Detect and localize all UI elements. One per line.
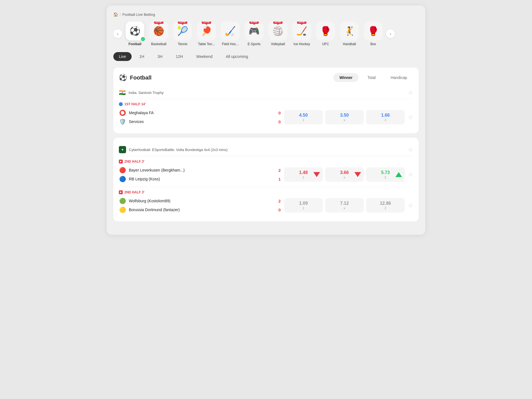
team-logo-bayer: 🔴 [119,167,126,173]
section-title-icon: ⚽ [119,74,127,81]
favorite-btn-bayer[interactable]: ☆ [408,171,413,178]
match-status-wolfsburg: ▶ 2ND HALF 3' [119,190,413,194]
sport-item-tennis[interactable]: LIVE 🎾 Tennis [172,22,194,46]
live-badge-basketball: LIVE [154,22,163,24]
home-icon[interactable]: 🏠 [113,12,118,17]
odds-value-meghalaya-x: 3.50 [340,113,349,118]
match-bayer: ▶ 2ND HALF 3' 🔴 Bayer Leverkusen (Bergkh… [119,160,413,183]
team-logo-bvb: 🟡 [119,206,126,213]
odds-btn-meghalaya-2[interactable]: 1.66 2 [366,110,405,124]
teams-odds-row-wolfsburg: 🟢 Wolfsburg (Kostolom89) 2 🟡 Borussia Do… [119,196,413,214]
market-buttons: Winner Total Handicap [333,73,413,82]
odds-label-bayer-x: x [344,176,345,179]
market-btn-total[interactable]: Total [361,73,382,82]
sport-item-volleyball[interactable]: LIVE 🏐 Volleyball [267,22,289,46]
section-header: ⚽ Football Winner Total Handicap [119,73,413,82]
sport-icon-wrap-tennis: LIVE 🎾 [173,22,192,40]
handball-emoji: 🤾 [344,26,355,36]
favorite-btn-india[interactable]: ☆ [408,89,413,96]
odds-btn-meghalaya-1[interactable]: 4.50 1 [284,110,323,124]
match-wolfsburg: ▶ 2ND HALF 3' 🟢 Wolfsburg (Kostolom89) 2… [119,190,413,214]
time-btn-3h[interactable]: 3H [152,52,168,61]
time-btn-all-upcoming[interactable]: All upcoming [220,52,254,61]
sports-nav: ‹ ⚽ ✓ Football LIVE 🏀 Basketball LIVE 🎾 … [113,22,419,46]
play-icon-wolfsburg: ▶ [119,190,123,194]
sport-item-handball[interactable]: 🤾 Handball [338,22,360,46]
sport-item-field-hockey[interactable]: 🏑 Field Hoc... [219,22,241,46]
teams-odds-row-meghalaya: ⭕ Meghalaya FA 0 🛡️ Services 0 4.50 1 [119,108,413,126]
odds-label-wolfsburg-1: 1 [303,206,304,210]
team-logo-rb-leipzig: 🔵 [119,176,126,182]
favorite-btn-wolfsburg[interactable]: ☆ [408,202,413,209]
football-section: ⚽ Football Winner Total Handicap 🇮🇳 Indi… [113,68,419,133]
match-meghalaya: 1ST HALF 14' ⭕ Meghalaya FA 0 🛡️ Service… [119,102,413,126]
odds-value-bayer-2: 5.73 [381,170,390,175]
time-btn-1h[interactable]: 1H [134,52,150,61]
sport-item-table-tennis[interactable]: LIVE 🏓 Table Ten... [195,22,218,46]
sport-icon-wrap-ice-hockey: LIVE 🏒 [292,22,311,40]
tennis-emoji: 🎾 [177,26,188,36]
odds-btn-meghalaya-x[interactable]: 3.50 x [325,110,364,124]
live-badge-table-tennis: LIVE [202,22,211,24]
sport-label-basketball: Basketball [151,42,166,46]
odds-btn-wolfsburg-2[interactable]: 12.86 2 [366,198,405,213]
team-row-meghalaya-1: ⭕ Meghalaya FA 0 [119,108,281,117]
odds-btn-wolfsburg-x[interactable]: 7.12 x [325,198,364,213]
sport-icon-wrap-boxing: 🥊 [364,22,383,40]
odds-group-meghalaya: 4.50 1 3.50 x 1.66 2 [284,110,405,124]
time-btn-weekend[interactable]: Weekend [191,52,218,61]
team-score-services: 0 [275,119,281,124]
esports-emoji: 🎮 [249,26,260,36]
team-row-bayer: 🔴 Bayer Leverkusen (Bergkham...) 2 [119,166,281,175]
team-logo-wolfsburg: 🟢 [119,198,126,204]
sport-label-handball: Handball [343,42,356,46]
live-badge-volleyball: LIVE [273,22,283,24]
favorite-btn-meghalaya[interactable]: ☆ [408,114,413,121]
team-score-wolfsburg: 2 [275,199,281,203]
sport-item-basketball[interactable]: LIVE 🏀 Basketball [148,22,170,46]
odds-value-meghalaya-1: 4.50 [299,113,308,118]
sport-item-esports[interactable]: LIVE 🎮 E-Sports [243,22,265,46]
time-btn-12h[interactable]: 12H [170,52,189,61]
league-name-india: India. Santosh Trophy [129,91,163,95]
sport-label-football: Football [129,42,142,46]
odds-label-wolfsburg-x: x [344,206,345,210]
team-name-bayer: Bayer Leverkusen (Bergkham...) [129,168,272,172]
field-hockey-emoji: 🏑 [225,26,236,36]
sport-icon-wrap-volleyball: LIVE 🏐 [268,22,287,40]
flag-india: 🇮🇳 [119,89,126,96]
team-name-bvb: Borussia Dortmund (fantazer) [129,208,272,212]
team-logo-services: 🛡️ [119,118,126,125]
sport-item-football[interactable]: ⚽ ✓ Football [124,22,146,46]
breadcrumb-current: Football Live Betting [122,12,155,17]
league-row-cyber: + Cyberfootball. ESportsBattle. Volta Bu… [119,143,413,156]
cyberfootball-section: + Cyberfootball. ESportsBattle. Volta Bu… [113,138,419,221]
team-name-meghalaya: Meghalaya FA [129,111,272,115]
odds-btn-bayer-x[interactable]: 3.66 x [325,167,364,182]
market-btn-handicap[interactable]: Handicap [385,73,413,82]
sport-item-ufc[interactable]: 🥊 UFC [314,22,337,46]
sport-item-boxing[interactable]: 🥊 Box [362,22,384,46]
live-dot-meghalaya [119,102,123,106]
ufc-emoji: 🥊 [320,26,331,36]
odds-btn-bayer-2[interactable]: 5.73 2 [366,167,405,182]
odds-label-meghalaya-x: x [344,118,345,122]
team-row-wolfsburg: 🟢 Wolfsburg (Kostolom89) 2 [119,196,281,205]
team-row-rb-leipzig: 🔵 RB Leipzig (Koss) 1 [119,175,281,183]
sport-item-ice-hockey[interactable]: LIVE 🏒 Ice Hockey [291,22,313,46]
sport-label-field-hockey: Field Hoc... [222,42,239,46]
nav-prev-button[interactable]: ‹ [113,29,122,38]
live-badge-tennis: LIVE [178,22,187,24]
sport-icon-wrap-esports: LIVE 🎮 [245,22,264,40]
favorite-btn-cyber[interactable]: ☆ [408,146,413,153]
sport-label-ufc: UFC [322,42,329,46]
sport-label-volleyball: Volleyball [271,42,285,46]
market-btn-winner[interactable]: Winner [333,73,359,82]
nav-next-button[interactable]: › [386,29,395,38]
odds-group-bayer: 1.48 1 3.66 x 5.73 2 [284,167,405,182]
odds-btn-bayer-1[interactable]: 1.48 1 [284,167,323,182]
time-btn-live[interactable]: Live [113,52,132,61]
team-logo-meghalaya: ⭕ [119,109,126,116]
odds-btn-wolfsburg-1[interactable]: 1.09 1 [284,198,323,213]
odds-value-wolfsburg-x: 7.12 [340,201,349,206]
